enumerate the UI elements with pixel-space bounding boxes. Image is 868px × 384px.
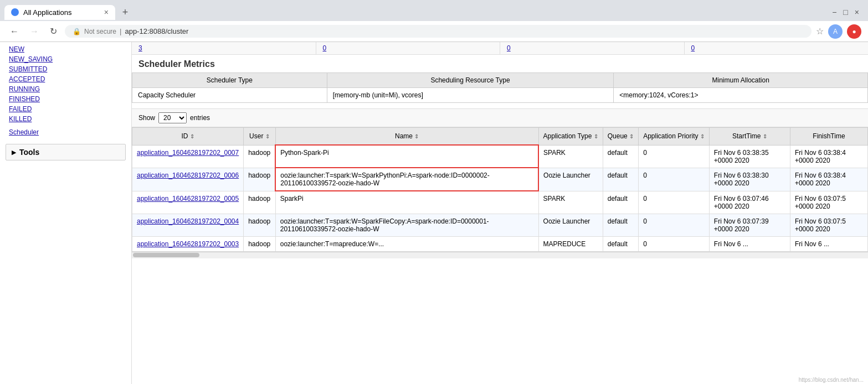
scheduler-type-value: Capacity Scheduler [132, 88, 327, 103]
sidebar-item-new-saving[interactable]: NEW_SAVING [0, 54, 131, 64]
min-allocation-value: <memory:1024, vCores:1> [614, 88, 868, 103]
app-name-cell: SparkPi [275, 191, 538, 214]
reload-button[interactable]: ↻ [47, 25, 60, 38]
col-user: User ⇕ [244, 128, 276, 146]
user-sort-icon[interactable]: ⇕ [265, 133, 270, 139]
col-app-type: Application Type ⇕ [538, 128, 603, 146]
scrollbar-thumb[interactable] [133, 253, 199, 257]
tools-expand-icon: ▶ [12, 149, 16, 156]
sidebar-item-failed[interactable]: FAILED [0, 104, 131, 114]
maximize-button[interactable]: □ [843, 8, 848, 17]
table-row: application_1604628197202_0006hadoopoozi… [132, 168, 868, 191]
stat-cell-4: 0 [685, 42, 869, 54]
applications-table: ID ⇕ User ⇕ Name ⇕ Application Type [132, 127, 868, 252]
table-row: application_1604628197202_0004hadoopoozi… [132, 214, 868, 236]
app-id-cell: application_1604628197202_0007 [132, 145, 244, 168]
active-tab[interactable]: All Applications × [4, 5, 115, 20]
watermark: https://blog.csdn.net/han... [799, 377, 864, 383]
tab-bar: All Applications × + − □ × [0, 0, 868, 21]
tab-close-button[interactable]: × [104, 8, 109, 16]
profile-avatar[interactable]: A [828, 24, 843, 39]
forward-button[interactable]: → [27, 25, 42, 38]
app-priority-cell: 0 [639, 236, 710, 251]
back-button[interactable]: ← [7, 25, 22, 38]
app-name-cell: oozie:launcher:T=spark:W=SparkFileCopy:A… [275, 214, 538, 236]
sidebar: NEW NEW_SAVING SUBMITTED ACCEPTED RUNNIN… [0, 42, 132, 384]
sidebar-item-accepted[interactable]: ACCEPTED [0, 74, 131, 84]
app-queue-cell: default [603, 236, 638, 251]
app-queue-cell: default [603, 214, 638, 236]
show-entries-bar: Show 20 50 100 entries [132, 108, 868, 127]
priority-sort-icon[interactable]: ⇕ [700, 133, 705, 139]
security-icon: 🔒 [73, 28, 81, 35]
app-id-cell: application_1604628197202_0004 [132, 214, 244, 236]
entries-select[interactable]: 20 50 100 [158, 112, 187, 123]
table-row: application_1604628197202_0005hadoopSpar… [132, 191, 868, 214]
min-allocation-header: Minimum Allocation [614, 73, 868, 88]
app-type-cell: SPARK [538, 145, 603, 168]
start-sort-icon[interactable]: ⇕ [763, 133, 767, 139]
window-controls: − □ × [832, 8, 864, 17]
sidebar-item-new[interactable]: NEW [0, 44, 131, 54]
app-name-cell: Python-Spark-Pi [275, 145, 538, 168]
url-bar[interactable]: 🔒 Not secure | app-12:8088/cluster [65, 25, 811, 38]
col-id: ID ⇕ [132, 128, 244, 146]
account-circle[interactable]: ● [847, 24, 861, 39]
app-type-cell: SPARK [538, 191, 603, 214]
app-id-link[interactable]: application_1604628197202_0006 [137, 172, 239, 179]
col-priority: Application Priority ⇕ [639, 128, 710, 146]
stat-link-3[interactable]: 0 [507, 44, 511, 52]
queue-sort-icon[interactable]: ⇕ [629, 133, 634, 139]
window-close-button[interactable]: × [855, 8, 859, 17]
table-row: application_1604628197202_0003hadoopoozi… [132, 236, 868, 251]
col-name: Name ⇕ [275, 128, 538, 146]
app-user-cell: hadoop [244, 236, 276, 251]
horizontal-scrollbar[interactable] [132, 252, 868, 258]
sidebar-item-killed[interactable]: KILLED [0, 114, 131, 124]
address-bar: ← → ↻ 🔒 Not secure | app-12:8088/cluster… [0, 21, 868, 42]
name-sort-icon[interactable]: ⇕ [414, 133, 419, 139]
sidebar-scheduler-link[interactable]: Scheduler [9, 128, 122, 136]
app-id-link[interactable]: application_1604628197202_0004 [137, 217, 239, 225]
app-user-cell: hadoop [244, 145, 276, 168]
scheduler-metrics-title: Scheduler Metrics [132, 55, 868, 72]
stat-link-4[interactable]: 0 [691, 44, 695, 52]
table-row: application_1604628197202_0007hadoopPyth… [132, 145, 868, 168]
app-finish-time-cell: Fri Nov 6 ... [790, 236, 867, 251]
app-id-cell: application_1604628197202_0005 [132, 191, 244, 214]
app-priority-cell: 0 [639, 191, 710, 214]
sidebar-item-running[interactable]: RUNNING [0, 84, 131, 94]
app-user-cell: hadoop [244, 191, 276, 214]
stat-cell-2: 0 [316, 42, 501, 54]
app-name-cell: oozie:launcher:T=mapreduce:W=... [275, 236, 538, 251]
new-tab-button[interactable]: + [117, 4, 133, 20]
stat-link-2[interactable]: 0 [323, 44, 327, 52]
id-sort-icon[interactable]: ⇕ [190, 133, 194, 139]
tools-label: Tools [19, 148, 39, 157]
app-type-cell: Oozie Launcher [538, 168, 603, 191]
entries-label: entries [190, 114, 210, 122]
app-id-link[interactable]: application_1604628197202_0007 [137, 149, 239, 157]
app-queue-cell: default [603, 145, 638, 168]
url-text: app-12:8088/cluster [125, 27, 188, 35]
tab-title: All Applications [23, 8, 71, 17]
not-secure-label: Not secure [84, 28, 116, 35]
bookmark-icon[interactable]: ☆ [816, 26, 824, 37]
app-name-cell: oozie:launcher:T=spark:W=SparkPythonPi:A… [275, 168, 538, 191]
tab-favicon [11, 8, 19, 16]
scheduling-resource-header: Scheduling Resource Type [327, 73, 614, 88]
app-id-link[interactable]: application_1604628197202_0005 [137, 195, 239, 203]
scheduler-type-header: Scheduler Type [132, 73, 327, 88]
app-finish-time-cell: Fri Nov 6 03:38:4 +0000 2020 [790, 145, 867, 168]
app-finish-time-cell: Fri Nov 6 03:38:4 +0000 2020 [790, 168, 867, 191]
sidebar-item-finished[interactable]: FINISHED [0, 94, 131, 104]
app-id-link[interactable]: application_1604628197202_0003 [137, 240, 239, 248]
sidebar-item-submitted[interactable]: SUBMITTED [0, 64, 131, 74]
tools-section[interactable]: ▶ Tools [6, 144, 126, 160]
app-start-time-cell: Fri Nov 6 03:07:46 +0000 2020 [709, 191, 790, 214]
app-queue-cell: default [603, 168, 638, 191]
minimize-button[interactable]: − [832, 8, 836, 17]
stat-link-1[interactable]: 3 [138, 44, 142, 52]
url-separator: | [120, 27, 121, 35]
app-type-sort-icon[interactable]: ⇕ [594, 133, 598, 139]
